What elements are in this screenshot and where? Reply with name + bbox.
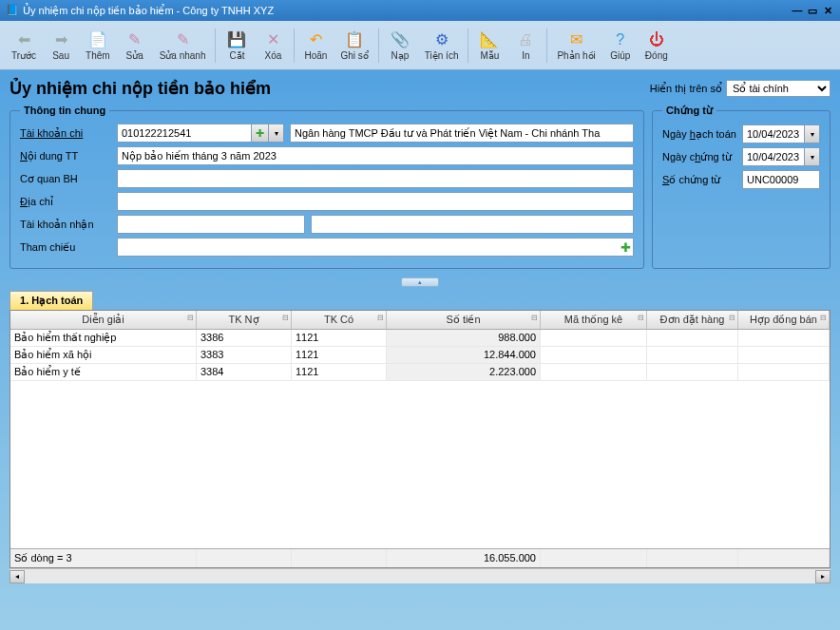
grid-cell[interactable] bbox=[541, 347, 647, 363]
address-input[interactable] bbox=[117, 192, 634, 211]
grid-body[interactable]: Bảo hiểm thất nghiệp33861121988.000Bảo h… bbox=[10, 330, 830, 548]
toolbar: ⬅Trước➡Sau📄Thêm✎Sửa✎Sửa nhanh💾Cắt✕Xóa↶Ho… bbox=[0, 21, 840, 70]
delete-button[interactable]: ✕Xóa bbox=[256, 29, 290, 63]
pin-icon[interactable]: ⊟ bbox=[531, 314, 538, 322]
post-button[interactable]: 📋Ghi sổ bbox=[334, 29, 373, 63]
account-input[interactable] bbox=[117, 124, 252, 143]
footer-total: 16.055.000 bbox=[387, 549, 541, 567]
doc-date-dropdown[interactable]: ▾ bbox=[805, 147, 820, 166]
grid-cell[interactable]: 3386 bbox=[197, 330, 292, 346]
print-icon: 🖨 bbox=[516, 30, 535, 49]
help-icon: ? bbox=[611, 30, 630, 49]
cut-button[interactable]: 💾Cắt bbox=[220, 29, 254, 63]
add-button[interactable]: 📄Thêm bbox=[80, 29, 116, 63]
grid-cell[interactable]: 3384 bbox=[197, 364, 292, 380]
template-icon: 📐 bbox=[480, 30, 499, 49]
toolbar-label: Trước bbox=[11, 50, 36, 61]
print-button[interactable]: 🖨In bbox=[508, 29, 543, 63]
grid-cell[interactable]: Bảo hiểm y tế bbox=[10, 364, 197, 380]
close-window-button[interactable]: ✕ bbox=[821, 4, 834, 17]
acc-date-label: Ngày hạch toán bbox=[662, 128, 736, 141]
close-button[interactable]: ⏻Đóng bbox=[640, 29, 674, 63]
page-header: Ủy nhiệm chi nộp tiền bảo hiểm Hiển thị … bbox=[10, 78, 830, 99]
grid-cell[interactable] bbox=[647, 364, 738, 380]
grid-cell[interactable] bbox=[647, 330, 738, 346]
load-button[interactable]: 📎Nạp bbox=[383, 29, 417, 63]
acc-date-input[interactable] bbox=[742, 124, 805, 143]
prev-button[interactable]: ⬅Trước bbox=[6, 29, 42, 63]
ref-add-icon[interactable]: ✚ bbox=[620, 240, 631, 255]
grid-cell[interactable]: Bảo hiểm xã hội bbox=[10, 347, 197, 363]
grid-cell[interactable]: 1121 bbox=[292, 364, 387, 380]
display-select[interactable]: Sổ tài chính bbox=[726, 80, 830, 97]
next-button[interactable]: ➡Sau bbox=[44, 29, 78, 63]
template-button[interactable]: 📐Mẫu bbox=[472, 29, 506, 63]
pin-icon[interactable]: ⊟ bbox=[820, 314, 827, 322]
toolbar-label: Xóa bbox=[265, 50, 282, 61]
tab-accounting[interactable]: 1. Hạch toán bbox=[10, 291, 93, 310]
scroll-left-button[interactable]: ◂ bbox=[10, 570, 25, 583]
recv-bank-input[interactable] bbox=[311, 215, 634, 234]
form-row: Thông tin chung Tài khoản chi ✚ ▾ Nội du… bbox=[10, 105, 830, 269]
grid-cell[interactable] bbox=[541, 364, 647, 380]
account-add-button[interactable]: ✚ bbox=[252, 124, 269, 143]
agency-input[interactable] bbox=[117, 169, 634, 188]
ref-input[interactable]: ✚ bbox=[117, 238, 634, 257]
window-controls: — ▭ ✕ bbox=[791, 4, 834, 17]
grid-cell[interactable]: 12.844.000 bbox=[387, 347, 541, 363]
pin-icon[interactable]: ⊟ bbox=[282, 314, 289, 322]
horizontal-scrollbar[interactable]: ◂ ▸ bbox=[10, 568, 830, 583]
grid-cell[interactable] bbox=[738, 364, 830, 380]
close-icon: ⏻ bbox=[647, 30, 666, 49]
content-input[interactable] bbox=[117, 146, 634, 165]
help-button[interactable]: ?Giúp bbox=[603, 29, 638, 63]
feedback-button[interactable]: ✉Phản hồi bbox=[551, 29, 601, 63]
pin-icon[interactable]: ⊟ bbox=[729, 314, 735, 322]
collapse-handle[interactable]: ▴ bbox=[401, 277, 439, 287]
grid-cell[interactable]: Bảo hiểm thất nghiệp bbox=[10, 330, 197, 346]
feedback-icon: ✉ bbox=[567, 30, 586, 49]
scroll-right-button[interactable]: ▸ bbox=[815, 570, 830, 583]
toolbar-label: Sau bbox=[52, 50, 69, 61]
column-header[interactable]: TK Có⊟ bbox=[292, 311, 387, 329]
column-header[interactable]: Mã thống kê⊟ bbox=[541, 311, 647, 329]
grid-cell[interactable]: 988.000 bbox=[387, 330, 541, 346]
minimize-button[interactable]: — bbox=[791, 4, 804, 17]
app-window: 📘 Ủy nhiệm chi nộp tiền bảo hiểm - Công … bbox=[0, 0, 840, 630]
doc-no-input[interactable] bbox=[742, 170, 820, 189]
table-row[interactable]: Bảo hiểm y tế338411212.223.000 bbox=[10, 364, 830, 381]
account-label: Tài khoản chi bbox=[20, 127, 111, 140]
load-icon: 📎 bbox=[391, 30, 410, 49]
grid-cell[interactable]: 2.223.000 bbox=[387, 364, 541, 380]
grid-cell[interactable] bbox=[541, 330, 647, 346]
pin-icon[interactable]: ⊟ bbox=[638, 314, 644, 322]
bank-input[interactable] bbox=[290, 124, 634, 143]
table-row[interactable]: Bảo hiểm xã hội3383112112.844.000 bbox=[10, 347, 830, 364]
pin-icon[interactable]: ⊟ bbox=[377, 314, 384, 322]
grid-cell[interactable] bbox=[647, 347, 738, 363]
grid-cell[interactable]: 1121 bbox=[292, 330, 387, 346]
acc-date-dropdown[interactable]: ▾ bbox=[805, 124, 820, 143]
grid-cell[interactable]: 3383 bbox=[197, 347, 292, 363]
edit-icon: ✎ bbox=[125, 30, 144, 49]
recv-account-input[interactable] bbox=[117, 215, 305, 234]
column-header[interactable]: TK Nợ⊟ bbox=[197, 311, 292, 329]
maximize-button[interactable]: ▭ bbox=[806, 4, 819, 17]
column-header[interactable]: Diễn giải⊟ bbox=[10, 311, 197, 329]
grid-cell[interactable] bbox=[738, 347, 830, 363]
quickedit-button[interactable]: ✎Sửa nhanh bbox=[154, 29, 212, 63]
column-header[interactable]: Số tiền⊟ bbox=[387, 311, 541, 329]
table-row[interactable]: Bảo hiểm thất nghiệp33861121988.000 bbox=[10, 330, 830, 347]
grid-cell[interactable] bbox=[738, 330, 830, 346]
doc-date-input[interactable] bbox=[742, 147, 805, 166]
column-header[interactable]: Đơn đặt hàng⊟ bbox=[647, 311, 738, 329]
account-dropdown[interactable]: ▾ bbox=[269, 124, 284, 143]
util-button[interactable]: ⚙Tiện ích bbox=[419, 29, 465, 63]
pin-icon[interactable]: ⊟ bbox=[187, 314, 194, 322]
footer-row-count: Số dòng = 3 bbox=[10, 549, 197, 567]
toolbar-label: Thêm bbox=[86, 50, 110, 61]
grid-cell[interactable]: 1121 bbox=[292, 347, 387, 363]
undo-button[interactable]: ↶Hoãn bbox=[298, 29, 333, 63]
edit-button[interactable]: ✎Sửa bbox=[118, 29, 152, 63]
column-header[interactable]: Hợp đồng bán⊟ bbox=[738, 311, 830, 329]
